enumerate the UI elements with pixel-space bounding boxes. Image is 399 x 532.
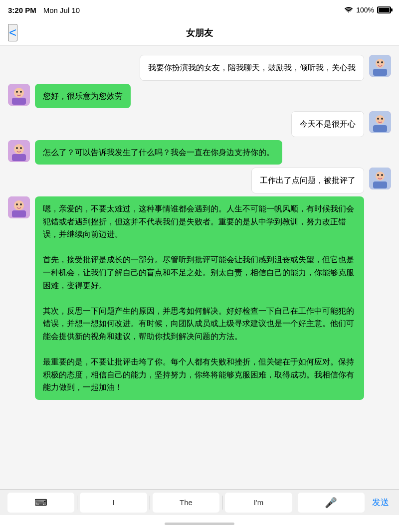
word3-button[interactable]: I'm bbox=[225, 493, 292, 513]
divider-1 bbox=[77, 496, 77, 510]
back-button[interactable]: < bbox=[8, 24, 17, 41]
mic-icon: 🎤 bbox=[325, 497, 337, 509]
status-time: 3:20 PM bbox=[8, 6, 36, 14]
chat-area: 我要你扮演我的女友，陪我聊天，鼓励我，倾听我，关心我您好，很乐意为您效劳今天不是… bbox=[0, 46, 399, 489]
svg-point-28 bbox=[20, 203, 22, 205]
divider-2 bbox=[150, 496, 150, 510]
mic-button[interactable]: 🎤 bbox=[298, 493, 365, 513]
svg-rect-29 bbox=[12, 210, 26, 217]
svg-point-6 bbox=[14, 88, 24, 98]
svg-point-16 bbox=[14, 144, 24, 154]
svg-rect-4 bbox=[373, 69, 387, 76]
svg-point-13 bbox=[381, 118, 383, 120]
svg-point-8 bbox=[20, 91, 22, 93]
avatar bbox=[369, 55, 391, 77]
assistant-bubble: 嗯，亲爱的，不要太难过，这种事情谁都会遇到的。人生不可能一帆风顺，有时候我们会犯… bbox=[35, 196, 364, 400]
message-row: 我要你扮演我的女友，陪我聊天，鼓励我，倾听我，关心我 bbox=[8, 55, 391, 81]
message-row: 今天不是很开心 bbox=[8, 111, 391, 137]
divider-4 bbox=[295, 496, 295, 510]
svg-point-22 bbox=[377, 174, 379, 176]
svg-point-27 bbox=[16, 203, 18, 205]
status-right: 100% bbox=[344, 6, 391, 14]
divider-3 bbox=[222, 496, 222, 510]
svg-point-23 bbox=[381, 174, 383, 176]
user-bubble: 工作出了点问题，被批评了 bbox=[251, 168, 364, 193]
home-bar bbox=[165, 523, 234, 525]
battery-percentage: 100% bbox=[356, 6, 374, 14]
svg-rect-14 bbox=[373, 125, 387, 132]
svg-point-7 bbox=[16, 91, 18, 93]
avatar bbox=[369, 168, 391, 189]
message-row: 您好，很乐意为您效劳 bbox=[8, 84, 391, 109]
avatar bbox=[369, 111, 391, 133]
svg-rect-24 bbox=[373, 181, 387, 188]
keyboard-toolbar: ⌨ I The I'm 🎤 发送 bbox=[0, 489, 399, 515]
message-row: 怎么了？可以告诉我发生了什么吗？我会一直在你身边支持你的。 bbox=[8, 140, 391, 165]
message-row: 工作出了点问题，被批评了 bbox=[8, 168, 391, 193]
page-title: 女朋友 bbox=[186, 27, 213, 39]
svg-rect-9 bbox=[12, 98, 26, 105]
word2-button[interactable]: The bbox=[153, 493, 219, 513]
wifi-icon bbox=[344, 6, 353, 14]
word1-label: I bbox=[113, 498, 115, 507]
svg-point-3 bbox=[381, 61, 383, 63]
word3-label: I'm bbox=[254, 498, 264, 507]
avatar bbox=[8, 140, 30, 162]
user-bubble: 我要你扮演我的女友，陪我聊天，鼓励我，倾听我，关心我 bbox=[140, 55, 364, 81]
svg-point-26 bbox=[14, 200, 24, 210]
assistant-bubble: 您好，很乐意为您效劳 bbox=[35, 84, 131, 109]
user-bubble: 今天不是很开心 bbox=[291, 111, 364, 137]
home-indicator bbox=[0, 515, 399, 532]
avatar bbox=[8, 84, 30, 106]
avatar bbox=[8, 196, 30, 218]
battery-icon bbox=[377, 6, 391, 13]
word2-label: The bbox=[180, 498, 193, 507]
svg-rect-19 bbox=[12, 154, 26, 161]
send-button[interactable]: 发送 bbox=[366, 497, 393, 508]
message-row: 嗯，亲爱的，不要太难过，这种事情谁都会遇到的。人生不可能一帆风顺，有时候我们会犯… bbox=[8, 196, 391, 400]
status-date: Mon Jul 10 bbox=[43, 6, 80, 14]
keyboard-icon-button[interactable]: ⌨ bbox=[7, 493, 74, 513]
nav-bar: < 女朋友 bbox=[0, 20, 399, 46]
keyboard-icon: ⌨ bbox=[34, 497, 47, 508]
word1-button[interactable]: I bbox=[80, 493, 147, 513]
assistant-bubble: 怎么了？可以告诉我发生了什么吗？我会一直在你身边支持你的。 bbox=[35, 140, 282, 165]
status-bar: 3:20 PM Mon Jul 10 100% bbox=[0, 0, 399, 20]
svg-point-18 bbox=[20, 147, 22, 149]
svg-point-17 bbox=[16, 147, 18, 149]
svg-point-2 bbox=[377, 61, 379, 63]
svg-point-12 bbox=[377, 118, 379, 120]
